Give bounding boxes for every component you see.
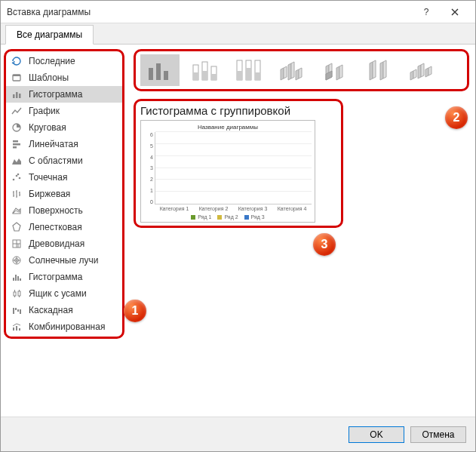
sidebar-item-label: Солнечные лучи bbox=[29, 255, 98, 266]
sidebar-item-column[interactable]: Гистограмма bbox=[6, 86, 122, 103]
sidebar-item-label: Поверхность bbox=[29, 205, 83, 216]
svg-rect-18 bbox=[17, 276, 19, 281]
sidebar-item-boxwhisker[interactable]: Ящик с усами bbox=[6, 285, 122, 302]
chart-preview-panel: Гистограмма с группировкой Название диаг… bbox=[134, 99, 343, 228]
svg-rect-25 bbox=[20, 309, 21, 314]
svg-rect-30 bbox=[156, 63, 161, 80]
templates-icon bbox=[11, 72, 23, 84]
sidebar-item-templates[interactable]: Шаблоны bbox=[6, 69, 122, 86]
svg-rect-26 bbox=[13, 327, 14, 331]
stock-chart-icon bbox=[11, 188, 23, 200]
sidebar-item-radar[interactable]: Лепестковая bbox=[6, 219, 122, 235]
svg-point-9 bbox=[13, 179, 15, 181]
svg-rect-7 bbox=[13, 143, 20, 146]
line-chart-icon bbox=[11, 105, 23, 117]
svg-rect-29 bbox=[149, 68, 153, 80]
radar-chart-icon bbox=[11, 221, 23, 233]
svg-rect-33 bbox=[193, 72, 198, 80]
sidebar-item-combo[interactable]: Комбинированная bbox=[6, 318, 122, 335]
area-chart-icon bbox=[11, 155, 23, 167]
help-button[interactable]: ? bbox=[412, 2, 441, 22]
tab-all-charts[interactable]: Все диаграммы bbox=[5, 25, 94, 45]
svg-rect-41 bbox=[246, 68, 251, 80]
sidebar-item-waterfall[interactable]: Каскадная bbox=[6, 302, 122, 318]
svg-rect-16 bbox=[13, 278, 14, 281]
combo-chart-icon bbox=[11, 321, 23, 333]
subtype-3d-100-stacked-column[interactable] bbox=[359, 54, 398, 86]
surface-chart-icon bbox=[11, 204, 23, 217]
sidebar-item-bar[interactable]: Линейчатая bbox=[6, 136, 122, 152]
window-title: Вставка диаграммы bbox=[7, 7, 412, 17]
chart-category-sidebar: Последние Шаблоны Гистограмма График Кру… bbox=[1, 45, 127, 416]
svg-rect-8 bbox=[13, 146, 17, 149]
sidebar-item-label: Последние bbox=[29, 56, 75, 66]
chart-subtype-row bbox=[134, 49, 469, 91]
svg-rect-20 bbox=[14, 292, 16, 296]
chart-title: Название диаграммы bbox=[144, 124, 312, 131]
sidebar-item-histogram[interactable]: Гистограмма bbox=[6, 269, 122, 285]
waterfall-icon bbox=[11, 304, 23, 316]
sidebar-item-scatter[interactable]: Точечная bbox=[6, 169, 122, 186]
annotation-callout-2: 2 bbox=[445, 106, 468, 129]
annotation-callout-3: 3 bbox=[313, 233, 336, 256]
annotation-callout-1: 1 bbox=[124, 300, 146, 322]
sidebar-item-label: График bbox=[29, 106, 60, 116]
sidebar-item-label: Биржевая bbox=[29, 189, 70, 199]
subtype-3d-column[interactable] bbox=[403, 54, 442, 86]
chart-preview[interactable]: Название диаграммы 6543210 Категория 1Ка… bbox=[140, 120, 315, 223]
sidebar-item-label: Комбинированная bbox=[29, 321, 105, 332]
svg-rect-4 bbox=[19, 94, 21, 98]
sidebar-item-treemap[interactable]: Древовидная bbox=[6, 235, 122, 252]
close-button[interactable] bbox=[441, 2, 469, 22]
svg-rect-2 bbox=[13, 94, 15, 98]
dialog-footer: OK Отмена bbox=[1, 417, 475, 451]
svg-rect-24 bbox=[17, 309, 19, 312]
svg-rect-39 bbox=[237, 71, 242, 80]
sidebar-item-label: Лепестковая bbox=[29, 222, 82, 232]
sidebar-item-label: Шаблоны bbox=[29, 72, 69, 83]
subtype-clustered-column[interactable] bbox=[140, 54, 180, 86]
svg-rect-6 bbox=[13, 140, 18, 143]
subtype-3d-stacked-column[interactable] bbox=[315, 54, 355, 86]
chart-preview-title: Гистограмма с группировкой bbox=[140, 104, 336, 117]
sidebar-item-stock[interactable]: Биржевая bbox=[6, 186, 122, 202]
svg-rect-28 bbox=[19, 328, 20, 331]
sidebar-item-area[interactable]: С областями bbox=[6, 152, 122, 169]
svg-rect-3 bbox=[16, 92, 18, 98]
subtype-stacked-column[interactable] bbox=[184, 54, 223, 86]
chart-legend: Ряд 1Ряд 2Ряд 3 bbox=[144, 214, 312, 220]
sidebar-item-label: Гистограмма bbox=[29, 272, 82, 282]
svg-rect-19 bbox=[20, 278, 21, 281]
sidebar-item-line[interactable]: График bbox=[6, 103, 122, 119]
svg-rect-1 bbox=[13, 75, 20, 76]
svg-rect-43 bbox=[255, 72, 260, 80]
treemap-icon bbox=[11, 238, 23, 250]
cancel-button[interactable]: Отмена bbox=[410, 426, 466, 443]
tab-bar: Все диаграммы bbox=[1, 23, 475, 45]
sidebar-item-label: Древовидная bbox=[29, 238, 84, 249]
chart-plot-area bbox=[155, 132, 312, 204]
svg-point-10 bbox=[16, 175, 18, 177]
recent-icon bbox=[11, 55, 23, 67]
subtype-100-stacked-column[interactable] bbox=[228, 54, 267, 86]
sidebar-item-label: Линейчатая bbox=[29, 139, 78, 149]
sidebar-item-label: Ящик с усами bbox=[29, 288, 87, 299]
svg-point-11 bbox=[19, 177, 21, 180]
sidebar-item-recent[interactable]: Последние bbox=[6, 53, 122, 69]
sidebar-item-pie[interactable]: Круговая bbox=[6, 119, 122, 136]
svg-rect-22 bbox=[13, 308, 14, 314]
sidebar-item-sunburst[interactable]: Солнечные лучи bbox=[6, 252, 122, 269]
titlebar: Вставка диаграммы ? bbox=[1, 1, 475, 23]
sidebar-item-surface[interactable]: Поверхность bbox=[6, 202, 122, 219]
sidebar-item-label: Каскадная bbox=[29, 305, 73, 315]
column-chart-icon bbox=[11, 88, 23, 100]
main-panel: Гистограмма с группировкой Название диаг… bbox=[127, 45, 475, 416]
subtype-3d-clustered-column[interactable] bbox=[272, 54, 311, 86]
svg-rect-27 bbox=[16, 326, 17, 331]
chart-x-axis: Категория 1Категория 2Категория 3Категор… bbox=[155, 204, 312, 211]
chart-y-axis: 6543210 bbox=[144, 132, 155, 204]
boxwhisker-icon bbox=[11, 287, 23, 300]
ok-button[interactable]: OK bbox=[349, 426, 404, 443]
sidebar-item-label: Круговая bbox=[29, 122, 66, 133]
svg-rect-35 bbox=[202, 71, 207, 80]
